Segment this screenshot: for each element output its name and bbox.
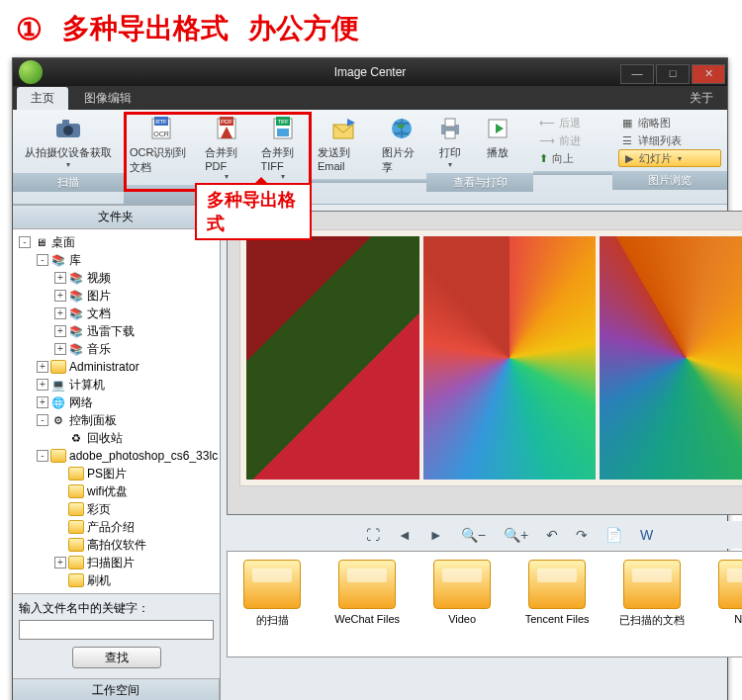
titlebar[interactable]: Image Center — □ ✕: [13, 58, 727, 86]
expand-toggle[interactable]: +: [37, 379, 48, 391]
tab-home[interactable]: 主页: [17, 87, 68, 110]
expand-toggle[interactable]: +: [54, 343, 66, 355]
nav-up-button[interactable]: ⬆向上: [535, 149, 610, 167]
tree-item[interactable]: +🌐网络: [15, 394, 218, 411]
expand-toggle[interactable]: -: [37, 414, 48, 426]
tree-item-label: 库: [69, 252, 81, 269]
next-image-icon[interactable]: ►: [429, 527, 443, 543]
tree-item-label: 扫描图片: [87, 555, 135, 571]
folder-icon: [243, 560, 301, 609]
tab-image-edit[interactable]: 图像编辑: [70, 87, 145, 110]
expand-toggle[interactable]: [54, 539, 66, 551]
expand-toggle[interactable]: +: [37, 361, 48, 373]
expand-toggle[interactable]: -: [37, 450, 48, 462]
tree-item[interactable]: +Administrator: [15, 358, 218, 376]
capture-from-scanner-button[interactable]: 从拍摄仪设备获取 ▾: [13, 110, 124, 173]
merge-to-pdf-button[interactable]: PDF 合并到PDF ▾: [199, 110, 254, 185]
tree-item-label: 音乐: [87, 341, 111, 358]
tree-item[interactable]: +📚文档: [15, 305, 218, 322]
thumbnail-item[interactable]: 已扫描的文档: [611, 560, 693, 649]
tree-item[interactable]: ♻回收站: [15, 429, 218, 447]
expand-toggle[interactable]: [54, 468, 66, 480]
thumbnail-icon: ▦: [622, 117, 632, 130]
expand-toggle[interactable]: +: [54, 307, 66, 319]
menu-about[interactable]: 关于: [680, 87, 723, 110]
maximize-button[interactable]: □: [656, 64, 690, 84]
view-detail-button[interactable]: ☰详细列表: [618, 131, 721, 149]
play-button[interactable]: 播放: [474, 110, 521, 164]
tree-item[interactable]: -adobe_photoshop_cs6_33lc: [15, 447, 218, 465]
thumbnail-item[interactable]: Video: [421, 560, 503, 649]
tree-item[interactable]: -📚库: [15, 251, 218, 269]
close-button[interactable]: ✕: [692, 64, 725, 84]
thumbnail-item[interactable]: Nimo: [706, 560, 742, 649]
rtf-icon: RTFOCR: [146, 114, 176, 143]
word-icon[interactable]: W: [640, 527, 653, 543]
tree-item[interactable]: -🖥桌面: [15, 233, 218, 251]
tree-item[interactable]: 产品介绍: [15, 518, 218, 536]
search-input[interactable]: [19, 620, 214, 640]
thumbnail-item[interactable]: 的扫描: [232, 560, 313, 649]
expand-toggle[interactable]: [54, 503, 66, 515]
tree-item[interactable]: +扫描图片: [15, 554, 218, 571]
pdf-icon: PDF: [212, 114, 241, 143]
tree-item[interactable]: PS图片: [15, 465, 218, 482]
thumbnail-item[interactable]: Tencent Files: [516, 560, 598, 649]
minimize-button[interactable]: —: [620, 64, 654, 84]
tree-item-label: 视频: [87, 270, 111, 287]
tree-item[interactable]: +📚迅雷下载: [15, 322, 218, 340]
thumbnail-item[interactable]: WeChat Files: [326, 560, 408, 649]
expand-toggle[interactable]: [54, 521, 66, 533]
tree-item[interactable]: wifi优盘: [15, 482, 218, 500]
view-slideshow-button[interactable]: ▶幻灯片 ▾: [618, 149, 721, 167]
image-toolbar: ⛶ ◄ ► 🔍− 🔍+ ↶ ↷ 📄 W: [227, 521, 742, 549]
expand-toggle[interactable]: [54, 432, 66, 444]
expand-toggle[interactable]: [54, 485, 66, 497]
tree-item-label: 回收站: [87, 430, 123, 447]
tree-item-label: 图片: [87, 288, 111, 305]
tree-item-label: 迅雷下载: [87, 323, 135, 340]
svg-text:TIFF: TIFF: [278, 119, 289, 125]
zoom-out-icon[interactable]: 🔍−: [461, 527, 486, 543]
tree-item[interactable]: 彩页: [15, 500, 218, 518]
expand-toggle[interactable]: +: [54, 290, 66, 302]
expand-toggle[interactable]: [54, 574, 66, 586]
zoom-in-icon[interactable]: 🔍+: [504, 527, 528, 543]
tree-item[interactable]: +💻计算机: [15, 376, 218, 394]
expand-toggle[interactable]: +: [54, 557, 66, 569]
tree-item-label: 文档: [87, 306, 111, 322]
send-to-email-button[interactable]: 发送到Email: [312, 110, 376, 176]
tree-item[interactable]: +📚图片: [15, 287, 218, 305]
tree-item[interactable]: 高拍仪软件: [15, 536, 218, 554]
printer-icon: [435, 114, 465, 143]
search-button[interactable]: 查找: [72, 647, 161, 668]
expand-toggle[interactable]: +: [54, 325, 66, 337]
share-picture-button[interactable]: 图片分享: [376, 110, 426, 179]
tree-item[interactable]: 刷机: [15, 571, 218, 589]
tree-item[interactable]: +📚音乐: [15, 340, 218, 358]
folder-icon: [50, 360, 66, 374]
preview-pane[interactable]: [227, 211, 742, 515]
tree-item[interactable]: -⚙控制面板: [15, 411, 218, 429]
network-icon: 🌐: [50, 395, 66, 409]
expand-toggle[interactable]: +: [54, 272, 66, 284]
print-button[interactable]: 打印 ▾: [426, 110, 474, 173]
svg-rect-2: [62, 120, 69, 125]
nav-forward-button: ⟶前进: [535, 131, 610, 149]
rotate-right-icon[interactable]: ↷: [576, 527, 588, 543]
prev-image-icon[interactable]: ◄: [398, 527, 412, 543]
arrow-right-icon: ⟶: [539, 134, 555, 147]
delete-icon[interactable]: 📄: [605, 527, 622, 543]
arrow-up-icon: ⬆: [539, 152, 548, 165]
ocr-to-doc-button[interactable]: RTFOCR OCR识别到文档: [124, 110, 199, 179]
tree-item[interactable]: +📚视频: [15, 269, 218, 287]
tree-item-label: adobe_photoshop_cs6_33lc: [69, 449, 218, 463]
expand-toggle[interactable]: +: [37, 396, 48, 408]
expand-toggle[interactable]: -: [19, 236, 31, 248]
zoom-fit-icon[interactable]: ⛶: [366, 527, 380, 543]
rotate-left-icon[interactable]: ↶: [546, 527, 558, 543]
view-thumbnail-button[interactable]: ▦缩略图: [618, 114, 721, 131]
expand-toggle[interactable]: -: [37, 254, 48, 266]
thumbnail-strip[interactable]: 的扫描WeChat FilesVideoTencent Files已扫描的文档N…: [227, 551, 742, 657]
folder-tree[interactable]: -🖥桌面-📚库+📚视频+📚图片+📚文档+📚迅雷下载+📚音乐+Administra…: [13, 229, 220, 594]
